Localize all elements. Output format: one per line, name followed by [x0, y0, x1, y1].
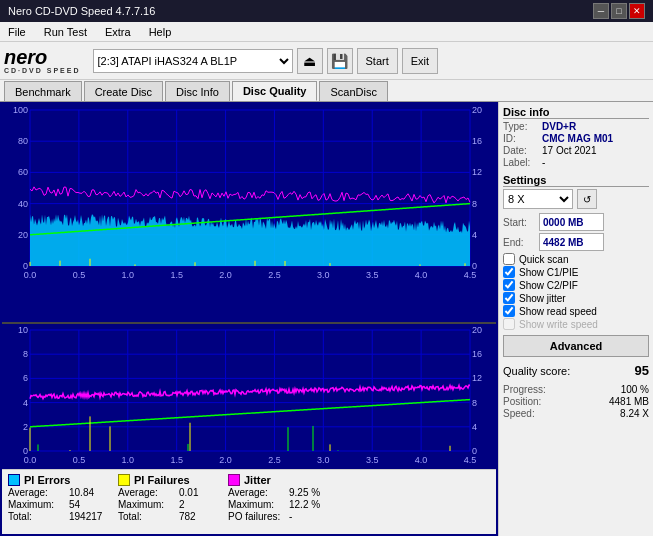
quick-scan-label: Quick scan	[519, 254, 568, 265]
show-read-speed-label: Show read speed	[519, 306, 597, 317]
tab-disc-info[interactable]: Disc Info	[165, 81, 230, 101]
disc-info-section: Disc info Type: DVD+R ID: CMC MAG M01 Da…	[503, 106, 649, 168]
drive-select[interactable]: [2:3] ATAPI iHAS324 A BL1P	[93, 49, 293, 73]
pi-errors-total-row: Total: 194217	[8, 511, 108, 522]
title-bar: Nero CD-DVD Speed 4.7.7.16 ─ □ ✕	[0, 0, 653, 22]
settings-section: Settings 8 X ↺ Start: End: Quick scan	[503, 174, 649, 357]
jitter-avg-label: Average:	[228, 487, 283, 498]
pi-errors-max-label: Maximum:	[8, 499, 63, 510]
speed-row-info: Speed: 8.24 X	[503, 408, 649, 419]
pi-failures-average-row: Average: 0.01	[118, 487, 218, 498]
jitter-max-label: Maximum:	[228, 499, 283, 510]
speed-value: 8.24 X	[620, 408, 649, 419]
eject-icon[interactable]: ⏏	[297, 48, 323, 74]
main-content: PI Errors Average: 10.84 Maximum: 54 Tot…	[0, 102, 653, 536]
pi-failures-group: PI Failures Average: 0.01 Maximum: 2 Tot…	[118, 474, 218, 530]
jitter-average-row: Average: 9.25 %	[228, 487, 358, 498]
close-button[interactable]: ✕	[629, 3, 645, 19]
speed-row: 8 X ↺	[503, 189, 649, 209]
position-row: Position: 4481 MB	[503, 396, 649, 407]
pi-errors-group: PI Errors Average: 10.84 Maximum: 54 Tot…	[8, 474, 108, 530]
jitter-avg-value: 9.25 %	[289, 487, 320, 498]
disc-id-label: ID:	[503, 133, 538, 144]
pi-failures-header: PI Failures	[118, 474, 218, 486]
show-write-speed-row: Show write speed	[503, 318, 649, 330]
show-read-speed-checkbox[interactable]	[503, 305, 515, 317]
disc-label-value: -	[542, 157, 545, 168]
tab-bar: Benchmark Create Disc Disc Info Disc Qua…	[0, 80, 653, 102]
menu-help[interactable]: Help	[145, 25, 176, 39]
pi-failures-total-label: Total:	[118, 511, 173, 522]
jitter-header: Jitter	[228, 474, 358, 486]
disc-date-label: Date:	[503, 145, 538, 156]
show-c2-pif-row: Show C2/PIF	[503, 279, 649, 291]
upper-chart	[2, 104, 496, 324]
disc-date-row: Date: 17 Oct 2021	[503, 145, 649, 156]
pi-failures-indicator	[118, 474, 130, 486]
show-jitter-row: Show jitter	[503, 292, 649, 304]
settings-title: Settings	[503, 174, 649, 187]
show-jitter-label: Show jitter	[519, 293, 566, 304]
jitter-po-label: PO failures:	[228, 511, 283, 522]
tab-create-disc[interactable]: Create Disc	[84, 81, 163, 101]
pi-errors-avg-value: 10.84	[69, 487, 94, 498]
pi-failures-max-row: Maximum: 2	[118, 499, 218, 510]
show-c2-pif-label: Show C2/PIF	[519, 280, 578, 291]
menu-run-test[interactable]: Run Test	[40, 25, 91, 39]
show-c1-pie-checkbox[interactable]	[503, 266, 515, 278]
end-input[interactable]	[539, 233, 604, 251]
position-label: Position:	[503, 396, 541, 407]
start-label: Start:	[503, 217, 535, 228]
exit-button[interactable]: Exit	[402, 48, 438, 74]
tab-scan-disc[interactable]: ScanDisc	[319, 81, 387, 101]
pi-errors-max-row: Maximum: 54	[8, 499, 108, 510]
logo: nero CD·DVD SPEED	[4, 47, 81, 74]
show-c1-pie-row: Show C1/PIE	[503, 266, 649, 278]
show-c2-pif-checkbox[interactable]	[503, 279, 515, 291]
pi-errors-label: PI Errors	[24, 474, 70, 486]
jitter-group: Jitter Average: 9.25 % Maximum: 12.2 % P…	[228, 474, 358, 530]
show-c1-pie-label: Show C1/PIE	[519, 267, 578, 278]
lower-chart	[2, 324, 496, 469]
pi-failures-total-value: 782	[179, 511, 196, 522]
speed-select[interactable]: 8 X	[503, 189, 573, 209]
show-write-speed-checkbox	[503, 318, 515, 330]
maximize-button[interactable]: □	[611, 3, 627, 19]
disc-info-title: Disc info	[503, 106, 649, 119]
quick-scan-checkbox[interactable]	[503, 253, 515, 265]
start-button[interactable]: Start	[357, 48, 398, 74]
pi-failures-avg-label: Average:	[118, 487, 173, 498]
minimize-button[interactable]: ─	[593, 3, 609, 19]
toolbar: nero CD·DVD SPEED [2:3] ATAPI iHAS324 A …	[0, 42, 653, 80]
quality-score-section: Quality score: 95	[503, 363, 649, 378]
menu-extra[interactable]: Extra	[101, 25, 135, 39]
progress-section: Progress: 100 % Position: 4481 MB Speed:…	[503, 384, 649, 419]
disc-type-value: DVD+R	[542, 121, 576, 132]
chart-area: PI Errors Average: 10.84 Maximum: 54 Tot…	[0, 102, 498, 536]
start-mb-row: Start:	[503, 213, 649, 231]
advanced-button[interactable]: Advanced	[503, 335, 649, 357]
show-jitter-checkbox[interactable]	[503, 292, 515, 304]
disc-label-row: Label: -	[503, 157, 649, 168]
jitter-max-value: 12.2 %	[289, 499, 320, 510]
app-title: Nero CD-DVD Speed 4.7.7.16	[8, 5, 155, 17]
menu-file[interactable]: File	[4, 25, 30, 39]
tab-benchmark[interactable]: Benchmark	[4, 81, 82, 101]
quality-score-label: Quality score:	[503, 365, 570, 377]
start-input[interactable]	[539, 213, 604, 231]
speed-label: Speed:	[503, 408, 535, 419]
spin-icon[interactable]: ↺	[577, 189, 597, 209]
tab-disc-quality[interactable]: Disc Quality	[232, 81, 318, 101]
progress-label: Progress:	[503, 384, 546, 395]
progress-value: 100 %	[621, 384, 649, 395]
jitter-po-value: -	[289, 511, 292, 522]
jitter-max-row: Maximum: 12.2 %	[228, 499, 358, 510]
save-icon[interactable]: 💾	[327, 48, 353, 74]
progress-row: Progress: 100 %	[503, 384, 649, 395]
pi-errors-average-row: Average: 10.84	[8, 487, 108, 498]
pi-errors-indicator	[8, 474, 20, 486]
jitter-indicator	[228, 474, 240, 486]
menu-bar: File Run Test Extra Help	[0, 22, 653, 42]
stats-bar: PI Errors Average: 10.84 Maximum: 54 Tot…	[2, 469, 496, 534]
pi-errors-header: PI Errors	[8, 474, 108, 486]
